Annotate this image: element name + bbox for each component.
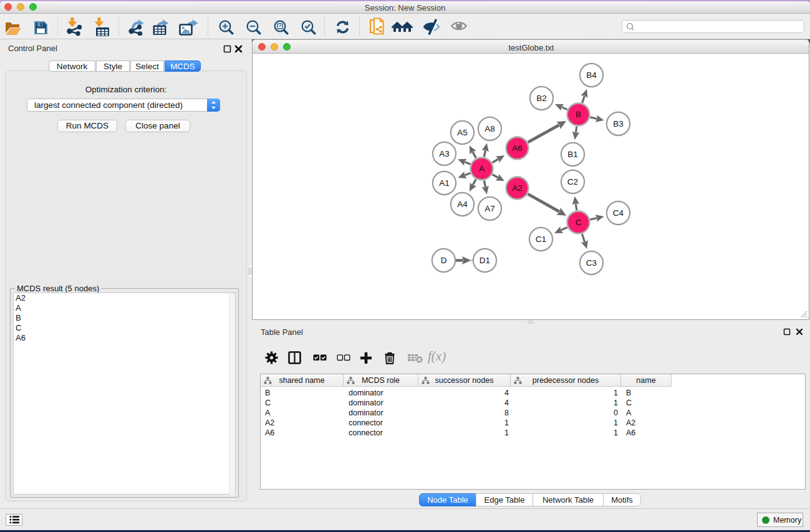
svg-text:A3: A3 — [439, 149, 450, 158]
svg-text:C3: C3 — [586, 258, 597, 268]
svg-text:B1: B1 — [567, 150, 578, 159]
svg-text:B3: B3 — [613, 119, 624, 128]
svg-text:A5: A5 — [457, 128, 468, 137]
svg-text:A6: A6 — [512, 143, 523, 153]
svg-text:B4: B4 — [586, 70, 597, 80]
svg-text:C4: C4 — [613, 208, 624, 218]
svg-text:A7: A7 — [485, 204, 495, 213]
svg-text:A1: A1 — [439, 178, 450, 188]
svg-text:D: D — [441, 256, 447, 265]
svg-text:C: C — [576, 218, 582, 227]
svg-text:B: B — [576, 110, 581, 119]
svg-text:C2: C2 — [567, 177, 578, 186]
svg-text:C1: C1 — [536, 235, 546, 244]
svg-text:D1: D1 — [480, 256, 490, 265]
svg-text:A2: A2 — [512, 183, 523, 193]
svg-text:A: A — [479, 164, 485, 173]
svg-text:B2: B2 — [536, 94, 547, 103]
svg-text:A4: A4 — [457, 200, 468, 209]
svg-text:A8: A8 — [485, 124, 495, 133]
